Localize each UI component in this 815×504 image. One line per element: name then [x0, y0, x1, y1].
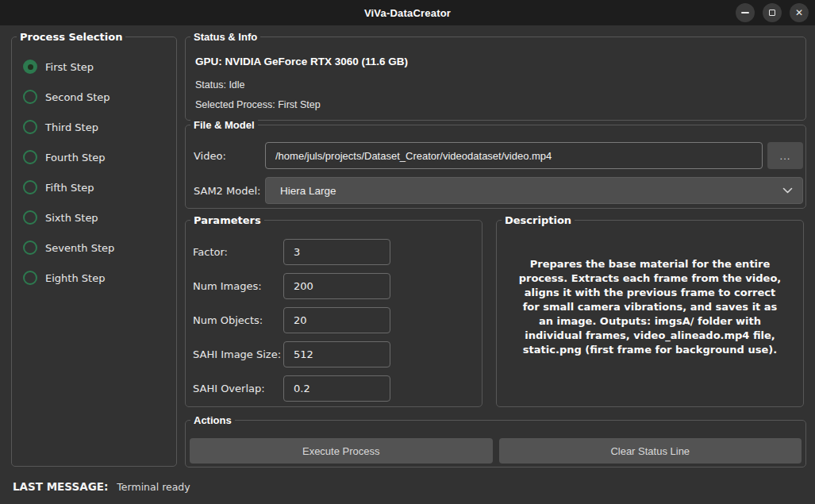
- status-info-title: Status & Info: [190, 30, 260, 44]
- radio-icon: [23, 90, 37, 104]
- num-images-input[interactable]: [283, 273, 390, 299]
- factor-input[interactable]: [283, 239, 390, 265]
- radio-option-first-step[interactable]: First Step: [23, 52, 171, 82]
- status-bar: LAST MESSAGE: Terminal ready: [13, 480, 190, 493]
- radio-option-fifth-step[interactable]: Fifth Step: [23, 172, 171, 202]
- chevron-down-icon: [782, 187, 793, 194]
- video-label: Video:: [194, 150, 226, 162]
- selected-process-text: Selected Process: First Step: [195, 98, 321, 112]
- actions-row: Execute Process Clear Status Line: [190, 438, 802, 464]
- browse-button[interactable]: ...: [767, 142, 803, 169]
- close-icon: ✕: [795, 8, 803, 17]
- sahi-image-size-input[interactable]: [283, 341, 390, 367]
- file-model-panel: File & Model Video: ... SAM2 Model: Hier…: [185, 125, 806, 209]
- radio-icon: [23, 150, 37, 164]
- titlebar: ViVa-DataCreator ✕: [0, 0, 815, 25]
- process-selection-title: Process Selection: [17, 30, 125, 44]
- radio-icon: [23, 271, 37, 285]
- minimize-icon: [741, 12, 749, 13]
- description-panel: Description Prepares the base material f…: [496, 220, 804, 407]
- radio-icon: [23, 210, 37, 225]
- num-objects-label: Num Objects:: [193, 314, 263, 326]
- actions-panel: Actions Execute Process Clear Status Lin…: [185, 420, 806, 467]
- sahi-overlap-label: SAHI Overlap:: [193, 383, 265, 394]
- parameters-panel: Parameters Factor: Num Images: Num Objec…: [185, 220, 482, 407]
- gpu-status-text: GPU: NVIDIA GeForce RTX 3060 (11.6 GB): [195, 55, 408, 68]
- radio-option-eighth-step[interactable]: Eighth Step: [23, 263, 171, 293]
- execute-process-button[interactable]: Execute Process: [190, 438, 493, 464]
- process-selection-panel: Process Selection First Step Second Step…: [11, 37, 177, 467]
- sam2-model-value: Hiera Large: [280, 185, 336, 197]
- actions-title: Actions: [190, 414, 235, 427]
- description-text: Prepares the base material for the entir…: [517, 257, 782, 357]
- app-window: ViVa-DataCreator ✕ Process Selection Fir…: [0, 0, 815, 504]
- radio-icon: [23, 180, 37, 194]
- num-objects-input[interactable]: [283, 307, 390, 333]
- maximize-icon: [769, 10, 775, 16]
- process-radio-list: First Step Second Step Third Step Fourth…: [23, 52, 171, 293]
- last-message-label: LAST MESSAGE:: [13, 480, 108, 493]
- video-path-input[interactable]: [265, 142, 763, 169]
- parameters-title: Parameters: [190, 214, 264, 227]
- radio-option-fourth-step[interactable]: Fourth Step: [23, 142, 171, 172]
- clear-status-line-button[interactable]: Clear Status Line: [499, 438, 802, 464]
- sam2-model-select[interactable]: Hiera Large: [265, 177, 803, 204]
- radio-icon: [23, 120, 37, 134]
- sahi-image-size-label: SAHI Image Size:: [193, 348, 281, 360]
- radio-option-sixth-step[interactable]: Sixth Step: [23, 202, 171, 233]
- description-title: Description: [502, 214, 575, 227]
- minimize-button[interactable]: [736, 3, 755, 22]
- window-controls: ✕: [736, 3, 809, 22]
- status-info-panel: Status & Info GPU: NVIDIA GeForce RTX 30…: [185, 37, 806, 121]
- factor-label: Factor:: [193, 246, 228, 258]
- radio-selected-icon: [23, 60, 37, 74]
- close-button[interactable]: ✕: [790, 3, 809, 22]
- num-images-label: Num Images:: [193, 280, 262, 292]
- sahi-overlap-input[interactable]: [283, 375, 390, 402]
- last-message-text: Terminal ready: [117, 481, 190, 493]
- maximize-button[interactable]: [763, 3, 782, 22]
- window-title: ViVa-DataCreator: [364, 7, 451, 19]
- sam2-model-label: SAM2 Model:: [194, 185, 260, 197]
- radio-icon: [23, 240, 37, 255]
- radio-option-seventh-step[interactable]: Seventh Step: [23, 233, 171, 263]
- status-text: Status: Idle: [195, 79, 245, 92]
- file-model-title: File & Model: [190, 118, 258, 132]
- radio-option-second-step[interactable]: Second Step: [23, 82, 171, 112]
- radio-option-third-step[interactable]: Third Step: [23, 112, 171, 142]
